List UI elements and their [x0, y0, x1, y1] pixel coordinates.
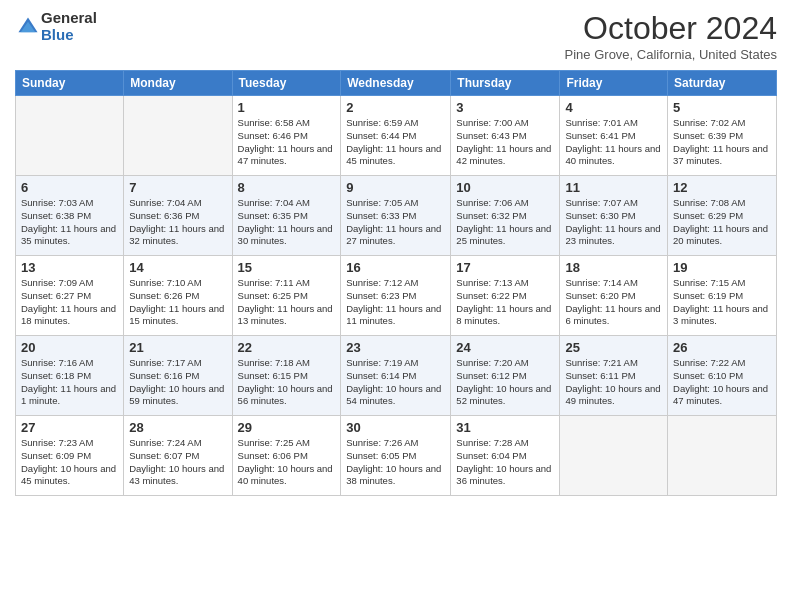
day-info: Sunrise: 7:13 AMSunset: 6:22 PMDaylight:… — [456, 277, 554, 328]
day-info: Sunrise: 7:22 AMSunset: 6:10 PMDaylight:… — [673, 357, 771, 408]
month-title: October 2024 — [565, 10, 777, 47]
day-number: 20 — [21, 340, 118, 355]
day-info: Sunrise: 6:59 AMSunset: 6:44 PMDaylight:… — [346, 117, 445, 168]
calendar-cell: 20Sunrise: 7:16 AMSunset: 6:18 PMDayligh… — [16, 336, 124, 416]
col-monday: Monday — [124, 71, 232, 96]
day-number: 28 — [129, 420, 226, 435]
day-info: Sunrise: 7:01 AMSunset: 6:41 PMDaylight:… — [565, 117, 662, 168]
col-tuesday: Tuesday — [232, 71, 341, 96]
calendar-week-row: 1Sunrise: 6:58 AMSunset: 6:46 PMDaylight… — [16, 96, 777, 176]
col-sunday: Sunday — [16, 71, 124, 96]
day-info: Sunrise: 7:23 AMSunset: 6:09 PMDaylight:… — [21, 437, 118, 488]
day-number: 7 — [129, 180, 226, 195]
day-number: 17 — [456, 260, 554, 275]
logo-blue-text: Blue — [41, 27, 97, 44]
day-info: Sunrise: 7:17 AMSunset: 6:16 PMDaylight:… — [129, 357, 226, 408]
calendar-cell: 14Sunrise: 7:10 AMSunset: 6:26 PMDayligh… — [124, 256, 232, 336]
day-info: Sunrise: 7:16 AMSunset: 6:18 PMDaylight:… — [21, 357, 118, 408]
day-info: Sunrise: 7:04 AMSunset: 6:35 PMDaylight:… — [238, 197, 336, 248]
day-number: 6 — [21, 180, 118, 195]
page: General Blue October 2024 Pine Grove, Ca… — [0, 0, 792, 612]
day-number: 31 — [456, 420, 554, 435]
day-number: 3 — [456, 100, 554, 115]
calendar-cell: 11Sunrise: 7:07 AMSunset: 6:30 PMDayligh… — [560, 176, 668, 256]
col-wednesday: Wednesday — [341, 71, 451, 96]
day-number: 12 — [673, 180, 771, 195]
day-info: Sunrise: 7:25 AMSunset: 6:06 PMDaylight:… — [238, 437, 336, 488]
calendar-week-row: 6Sunrise: 7:03 AMSunset: 6:38 PMDaylight… — [16, 176, 777, 256]
day-info: Sunrise: 7:12 AMSunset: 6:23 PMDaylight:… — [346, 277, 445, 328]
logo-general-text: General — [41, 10, 97, 27]
calendar-cell: 19Sunrise: 7:15 AMSunset: 6:19 PMDayligh… — [668, 256, 777, 336]
calendar-cell: 28Sunrise: 7:24 AMSunset: 6:07 PMDayligh… — [124, 416, 232, 496]
calendar-cell: 17Sunrise: 7:13 AMSunset: 6:22 PMDayligh… — [451, 256, 560, 336]
calendar-cell: 13Sunrise: 7:09 AMSunset: 6:27 PMDayligh… — [16, 256, 124, 336]
day-number: 19 — [673, 260, 771, 275]
day-number: 29 — [238, 420, 336, 435]
calendar-week-row: 20Sunrise: 7:16 AMSunset: 6:18 PMDayligh… — [16, 336, 777, 416]
calendar-cell: 26Sunrise: 7:22 AMSunset: 6:10 PMDayligh… — [668, 336, 777, 416]
calendar-cell: 3Sunrise: 7:00 AMSunset: 6:43 PMDaylight… — [451, 96, 560, 176]
day-number: 18 — [565, 260, 662, 275]
calendar-cell: 18Sunrise: 7:14 AMSunset: 6:20 PMDayligh… — [560, 256, 668, 336]
calendar-cell — [124, 96, 232, 176]
day-number: 1 — [238, 100, 336, 115]
calendar-cell: 15Sunrise: 7:11 AMSunset: 6:25 PMDayligh… — [232, 256, 341, 336]
calendar-cell: 9Sunrise: 7:05 AMSunset: 6:33 PMDaylight… — [341, 176, 451, 256]
calendar-cell: 23Sunrise: 7:19 AMSunset: 6:14 PMDayligh… — [341, 336, 451, 416]
day-info: Sunrise: 7:15 AMSunset: 6:19 PMDaylight:… — [673, 277, 771, 328]
calendar-cell: 10Sunrise: 7:06 AMSunset: 6:32 PMDayligh… — [451, 176, 560, 256]
title-section: October 2024 Pine Grove, California, Uni… — [565, 10, 777, 62]
location: Pine Grove, California, United States — [565, 47, 777, 62]
day-number: 23 — [346, 340, 445, 355]
calendar-cell: 5Sunrise: 7:02 AMSunset: 6:39 PMDaylight… — [668, 96, 777, 176]
logo-text: General Blue — [41, 10, 97, 43]
day-number: 5 — [673, 100, 771, 115]
logo: General Blue — [15, 10, 97, 43]
day-info: Sunrise: 7:28 AMSunset: 6:04 PMDaylight:… — [456, 437, 554, 488]
day-number: 8 — [238, 180, 336, 195]
day-info: Sunrise: 7:02 AMSunset: 6:39 PMDaylight:… — [673, 117, 771, 168]
day-number: 30 — [346, 420, 445, 435]
day-info: Sunrise: 7:03 AMSunset: 6:38 PMDaylight:… — [21, 197, 118, 248]
day-info: Sunrise: 7:19 AMSunset: 6:14 PMDaylight:… — [346, 357, 445, 408]
col-friday: Friday — [560, 71, 668, 96]
day-info: Sunrise: 7:21 AMSunset: 6:11 PMDaylight:… — [565, 357, 662, 408]
day-number: 27 — [21, 420, 118, 435]
day-number: 25 — [565, 340, 662, 355]
day-info: Sunrise: 7:08 AMSunset: 6:29 PMDaylight:… — [673, 197, 771, 248]
calendar-cell: 12Sunrise: 7:08 AMSunset: 6:29 PMDayligh… — [668, 176, 777, 256]
calendar-header-row: Sunday Monday Tuesday Wednesday Thursday… — [16, 71, 777, 96]
day-info: Sunrise: 7:05 AMSunset: 6:33 PMDaylight:… — [346, 197, 445, 248]
calendar-cell: 22Sunrise: 7:18 AMSunset: 6:15 PMDayligh… — [232, 336, 341, 416]
col-saturday: Saturday — [668, 71, 777, 96]
day-info: Sunrise: 7:07 AMSunset: 6:30 PMDaylight:… — [565, 197, 662, 248]
calendar-cell: 7Sunrise: 7:04 AMSunset: 6:36 PMDaylight… — [124, 176, 232, 256]
day-info: Sunrise: 7:26 AMSunset: 6:05 PMDaylight:… — [346, 437, 445, 488]
day-info: Sunrise: 7:06 AMSunset: 6:32 PMDaylight:… — [456, 197, 554, 248]
calendar-cell: 8Sunrise: 7:04 AMSunset: 6:35 PMDaylight… — [232, 176, 341, 256]
day-info: Sunrise: 6:58 AMSunset: 6:46 PMDaylight:… — [238, 117, 336, 168]
calendar-cell: 6Sunrise: 7:03 AMSunset: 6:38 PMDaylight… — [16, 176, 124, 256]
calendar-cell: 1Sunrise: 6:58 AMSunset: 6:46 PMDaylight… — [232, 96, 341, 176]
day-number: 9 — [346, 180, 445, 195]
day-number: 11 — [565, 180, 662, 195]
day-number: 26 — [673, 340, 771, 355]
calendar-cell: 25Sunrise: 7:21 AMSunset: 6:11 PMDayligh… — [560, 336, 668, 416]
calendar-cell: 30Sunrise: 7:26 AMSunset: 6:05 PMDayligh… — [341, 416, 451, 496]
day-info: Sunrise: 7:04 AMSunset: 6:36 PMDaylight:… — [129, 197, 226, 248]
day-info: Sunrise: 7:09 AMSunset: 6:27 PMDaylight:… — [21, 277, 118, 328]
day-number: 15 — [238, 260, 336, 275]
day-info: Sunrise: 7:24 AMSunset: 6:07 PMDaylight:… — [129, 437, 226, 488]
calendar-cell: 21Sunrise: 7:17 AMSunset: 6:16 PMDayligh… — [124, 336, 232, 416]
calendar-cell: 27Sunrise: 7:23 AMSunset: 6:09 PMDayligh… — [16, 416, 124, 496]
calendar-cell: 31Sunrise: 7:28 AMSunset: 6:04 PMDayligh… — [451, 416, 560, 496]
day-number: 10 — [456, 180, 554, 195]
day-number: 24 — [456, 340, 554, 355]
header: General Blue October 2024 Pine Grove, Ca… — [15, 10, 777, 62]
calendar-cell — [668, 416, 777, 496]
calendar-cell: 24Sunrise: 7:20 AMSunset: 6:12 PMDayligh… — [451, 336, 560, 416]
calendar-week-row: 13Sunrise: 7:09 AMSunset: 6:27 PMDayligh… — [16, 256, 777, 336]
day-number: 16 — [346, 260, 445, 275]
calendar-cell: 4Sunrise: 7:01 AMSunset: 6:41 PMDaylight… — [560, 96, 668, 176]
